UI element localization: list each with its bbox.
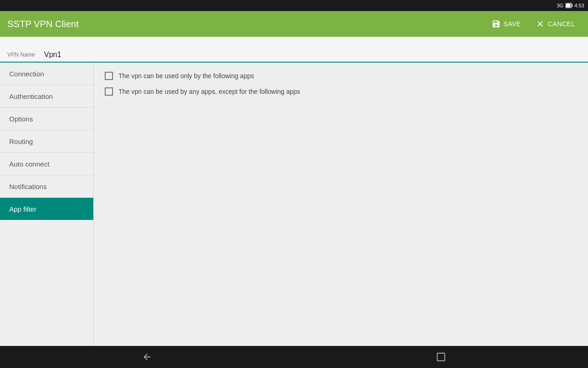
back-icon [142,352,152,362]
overview-icon [436,352,446,362]
save-icon [492,19,501,29]
sidebar-item-connection[interactable]: Connection [0,63,93,85]
sidebar-item-label: Routing [9,138,33,145]
main-layout: Connection Authentication Options Routin… [0,63,588,346]
vpn-name-input[interactable] [44,51,581,60]
content-area: The vpn can be used only by the followin… [94,63,588,346]
app-title: SSTP VPN Client [7,19,486,29]
battery-icon [565,3,573,8]
save-label: SAVE [503,20,521,28]
checkbox-row-1: The vpn can be used only by the followin… [105,72,577,80]
app-bar: SSTP VPN Client SAVE CANCEL [0,11,588,37]
cancel-icon [536,19,545,29]
sidebar-item-authentication[interactable]: Authentication [0,85,93,108]
app-bar-actions: SAVE CANCEL [486,16,581,32]
sidebar-item-label: App filter [9,205,36,213]
svg-rect-1 [571,5,572,7]
vpn-name-row: VPN Name [0,37,588,63]
status-bar: 3G 4:53 [0,0,588,11]
checkbox-label-2: The vpn can be used by any apps, except … [119,88,300,95]
cancel-button[interactable]: CANCEL [530,16,581,32]
sidebar-item-app-filter[interactable]: App filter [0,198,93,220]
sidebar-item-label: Notifications [9,183,47,190]
status-icons: 3G 4:53 [557,3,584,8]
svg-rect-2 [566,4,571,7]
sidebar: Connection Authentication Options Routin… [0,63,94,346]
time-display: 4:53 [575,3,584,8]
checkbox-except-following-apps[interactable] [105,87,113,96]
save-button[interactable]: SAVE [486,16,526,32]
sidebar-item-label: Options [9,115,33,123]
svg-rect-3 [437,353,445,361]
sidebar-item-routing[interactable]: Routing [0,130,93,153]
vpn-name-label: VPN Name [7,52,44,58]
sidebar-item-notifications[interactable]: Notifications [0,175,93,198]
cancel-label: CANCEL [548,20,575,28]
sidebar-item-auto-connect[interactable]: Auto connect [0,153,93,175]
overview-button[interactable] [421,348,461,366]
sidebar-item-label: Authentication [9,92,53,100]
sidebar-item-label: Auto connect [9,160,50,168]
sidebar-item-label: Connection [9,70,44,78]
bottom-nav [0,346,588,368]
network-indicator: 3G [557,3,564,8]
checkbox-row-2: The vpn can be used by any apps, except … [105,87,577,96]
checkbox-only-following-apps[interactable] [105,72,113,80]
back-button[interactable] [127,348,167,366]
checkbox-label-1: The vpn can be used only by the followin… [119,72,254,80]
sidebar-item-options[interactable]: Options [0,108,93,130]
